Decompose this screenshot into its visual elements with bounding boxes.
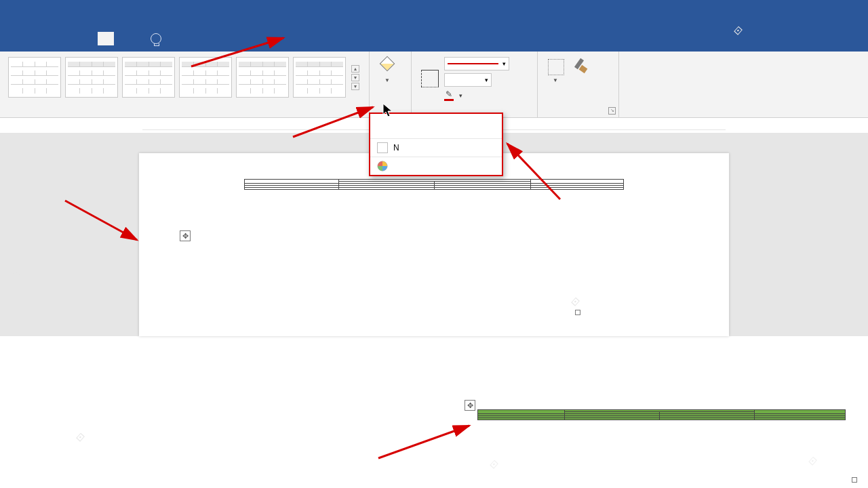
shading-color-dropdown: N bbox=[369, 113, 503, 176]
borders-icon bbox=[546, 57, 565, 76]
line-style-selector[interactable]: ▾ bbox=[444, 57, 509, 70]
cursor-icon bbox=[382, 103, 395, 118]
main-table[interactable] bbox=[244, 179, 624, 190]
table-move-handle[interactable]: ✥ bbox=[180, 230, 191, 241]
line-preview-icon bbox=[448, 63, 498, 64]
tab-layout[interactable] bbox=[114, 32, 130, 45]
group-launcher-icon[interactable]: ↘ bbox=[608, 107, 616, 115]
no-color-icon bbox=[377, 142, 388, 153]
table-resize-handle[interactable] bbox=[852, 477, 857, 483]
lightbulb-icon bbox=[151, 33, 161, 44]
arrow-icon bbox=[62, 198, 144, 247]
pen-color-button[interactable]: ✎ ▾ bbox=[444, 89, 509, 101]
table-style-option[interactable] bbox=[8, 57, 61, 98]
tab-view[interactable] bbox=[49, 32, 65, 45]
shading-button[interactable]: ▼ bbox=[374, 54, 401, 86]
contextual-tab-label bbox=[145, 10, 164, 16]
border-styles-button[interactable] bbox=[416, 54, 443, 102]
tab-help[interactable] bbox=[65, 32, 81, 45]
color-wheel-icon bbox=[377, 161, 388, 171]
arrow-icon bbox=[502, 138, 567, 203]
titlebar bbox=[0, 0, 868, 26]
svg-line-1 bbox=[65, 201, 137, 240]
gallery-expand[interactable]: ▴▾▾ bbox=[350, 65, 361, 90]
ribbon-tabs bbox=[0, 26, 868, 52]
svg-line-2 bbox=[191, 38, 283, 66]
theme-colors-grid bbox=[370, 120, 502, 127]
border-painter-button[interactable] bbox=[569, 54, 596, 80]
svg-line-5 bbox=[378, 426, 469, 458]
tab-foxit[interactable] bbox=[81, 32, 98, 45]
tab-references[interactable] bbox=[0, 32, 16, 45]
line-weight-selector[interactable]: ▾ bbox=[444, 73, 492, 87]
table-row bbox=[478, 418, 846, 420]
table-resize-handle[interactable] bbox=[575, 310, 580, 315]
standard-colors-label bbox=[370, 127, 502, 133]
ribbon: ▴▾▾ ▼ ▾ ▾ ✎ ▾ bbox=[0, 52, 868, 118]
more-colors-item[interactable] bbox=[370, 157, 502, 175]
tab-review[interactable] bbox=[33, 32, 49, 45]
paint-bucket-icon bbox=[378, 57, 397, 76]
no-color-item[interactable]: N bbox=[370, 138, 502, 157]
svg-line-4 bbox=[507, 144, 560, 199]
table-move-handle[interactable]: ✥ bbox=[465, 400, 475, 411]
arrow-icon bbox=[290, 103, 380, 141]
table-style-option[interactable] bbox=[65, 57, 118, 98]
tab-mailings[interactable] bbox=[16, 32, 33, 45]
borders-button[interactable]: ▼ bbox=[542, 54, 569, 86]
pen-icon: ✎ bbox=[446, 89, 452, 99]
tell-me-search[interactable] bbox=[151, 33, 168, 44]
svg-line-3 bbox=[293, 107, 373, 137]
chevron-down-icon: ▼ bbox=[384, 77, 390, 83]
table-style-option[interactable] bbox=[122, 57, 175, 98]
table-style-option[interactable] bbox=[293, 57, 346, 98]
border-painter-icon bbox=[573, 57, 592, 76]
table-styles-gallery[interactable]: ▴▾▾ bbox=[4, 54, 365, 100]
tab-design[interactable] bbox=[98, 32, 114, 45]
standard-colors-row bbox=[370, 133, 502, 138]
border-styles-icon bbox=[420, 68, 439, 87]
arrow-icon bbox=[189, 33, 290, 70]
result-table[interactable] bbox=[477, 409, 846, 420]
arrow-icon bbox=[374, 420, 476, 464]
page: ✥ bbox=[139, 153, 729, 336]
